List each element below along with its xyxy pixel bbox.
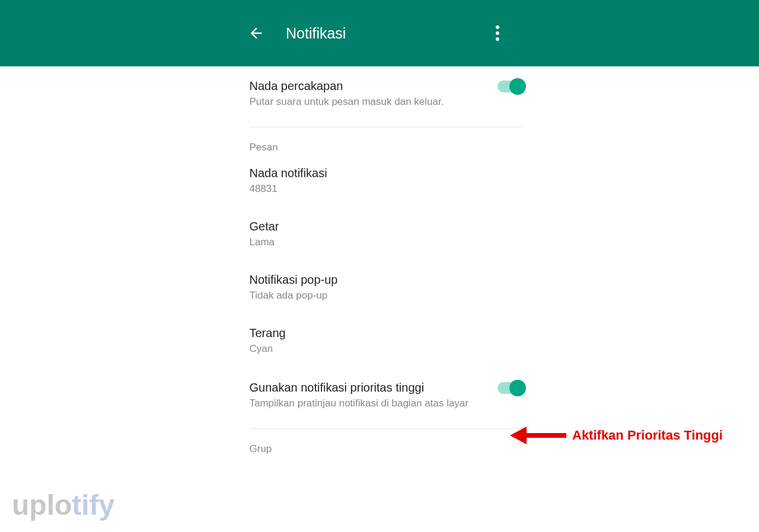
light-title: Terang [250, 325, 524, 341]
notification-tone-row[interactable]: Nada notifikasi 48831 [250, 155, 524, 208]
watermark-part2: tify [72, 489, 114, 521]
back-button[interactable] [248, 25, 264, 41]
svg-point-1 [496, 31, 499, 35]
vibrate-value: Lama [250, 236, 524, 249]
arrow-back-icon [248, 25, 264, 41]
conversation-tone-row[interactable]: Nada percakapan Putar suara untuk pesan … [250, 66, 524, 122]
high-priority-row[interactable]: Gunakan notifikasi prioritas tinggi Tamp… [250, 368, 524, 424]
conversation-tone-title: Nada percakapan [250, 78, 486, 94]
light-value: Cyan [250, 342, 524, 356]
vibrate-title: Getar [250, 219, 524, 235]
app-bar: Notifikasi [0, 0, 759, 66]
toggle-thumb-icon [509, 78, 526, 95]
conversation-tone-subtitle: Putar suara untuk pesan masuk dan keluar… [250, 95, 486, 109]
annotation-text: Aktifkan Prioritas Tinggi [572, 428, 723, 443]
vibrate-row[interactable]: Getar Lama [250, 208, 524, 261]
svg-marker-4 [510, 427, 527, 444]
more-vert-icon [496, 25, 499, 41]
notification-tone-title: Nada notifikasi [250, 165, 524, 181]
popup-title: Notifikasi pop-up [250, 272, 524, 288]
high-priority-title: Gunakan notifikasi prioritas tinggi [250, 380, 486, 396]
section-header-group: Grup [250, 429, 524, 456]
notification-tone-value: 48831 [250, 182, 524, 196]
page-title: Notifikasi [286, 25, 496, 42]
light-row[interactable]: Terang Cyan [250, 315, 524, 368]
svg-point-2 [496, 37, 499, 41]
watermark-part1: uplo [12, 489, 72, 521]
more-options-button[interactable] [496, 25, 499, 41]
popup-row[interactable]: Notifikasi pop-up Tidak ada pop-up [250, 261, 524, 315]
high-priority-subtitle: Tampilkan pratinjau notifikasi di bagian… [250, 397, 486, 411]
toggle-thumb-icon [509, 380, 526, 396]
annotation-arrow-icon [510, 421, 566, 450]
svg-point-0 [496, 25, 499, 29]
high-priority-toggle[interactable] [498, 382, 524, 394]
settings-content: Nada percakapan Putar suara untuk pesan … [230, 66, 530, 456]
conversation-tone-toggle[interactable] [498, 81, 524, 92]
annotation-callout: Aktifkan Prioritas Tinggi [510, 421, 723, 450]
section-header-messages: Pesan [250, 127, 524, 155]
watermark: uplotify [12, 489, 114, 521]
popup-value: Tidak ada pop-up [250, 289, 524, 303]
